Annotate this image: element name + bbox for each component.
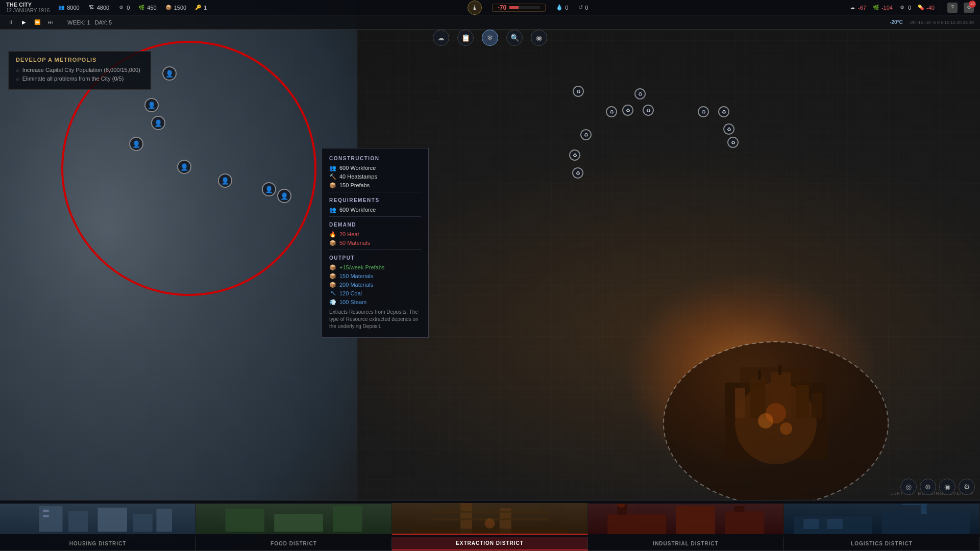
map-marker-2[interactable]: 👤 <box>144 98 159 112</box>
construction-heatstamps-val: 40 Heatstamps <box>339 173 377 180</box>
question-btn[interactable]: ? <box>947 3 958 13</box>
temperature-bar: -20°C -20 -15 -10 -5 0 5 10 15 20 25 30 <box>884 19 980 25</box>
output-mat2-icon: 📦 <box>329 281 336 288</box>
svg-rect-39 <box>803 519 819 529</box>
logistics-visual <box>784 504 979 534</box>
right-marker-4[interactable]: ♻ <box>569 149 580 161</box>
playback-controls: ⏸ ▶ ⏩ ⏭ <box>0 18 61 27</box>
construction-heatstamps: 🔨 40 Heatstamps <box>329 173 421 180</box>
food-building[interactable] <box>196 503 392 535</box>
right-marker-3[interactable]: ♻ <box>580 129 592 140</box>
objective-1-text: Increase Capital City Population (8,000/… <box>22 67 140 73</box>
map-marker-1[interactable]: 👤 <box>162 66 177 81</box>
tab-industrial[interactable]: INDUSTRIAL DISTRICT <box>588 537 784 550</box>
objective-2: ○ Eliminate all problems from the City (… <box>16 76 143 82</box>
cloud-value: -67 <box>858 5 866 11</box>
icon-target[interactable]: ◉ <box>531 30 547 46</box>
tab-logistics[interactable]: LOGISTICS DISTRICT <box>784 537 980 550</box>
map-marker-5[interactable]: 👤 <box>177 160 191 174</box>
water-icon: 💧 <box>556 4 563 11</box>
construction-prefabs-val: 150 Prefabs <box>339 182 370 188</box>
map-marker-7[interactable]: 👤 <box>262 182 276 196</box>
output-mat1-val: 150 Materials <box>339 273 373 279</box>
top-bar: THE CITY 12 JANUARY 1916 👥 8000 🏗 4800 ⚙… <box>0 0 980 15</box>
logistics-building[interactable] <box>784 503 980 535</box>
materials-value: 1500 <box>174 5 186 11</box>
map-marker-4[interactable]: 👤 <box>129 137 143 151</box>
svg-rect-42 <box>901 504 927 505</box>
svg-rect-15 <box>68 511 88 532</box>
svg-point-12 <box>780 422 792 435</box>
city-border-svg <box>648 321 903 500</box>
extraction-building[interactable] <box>392 503 588 535</box>
map-marker-6[interactable]: 👤 <box>218 173 232 188</box>
right-btn-3[interactable]: ◉ <box>939 479 955 495</box>
svg-rect-20 <box>43 515 48 517</box>
map-marker-8[interactable]: 👤 <box>277 189 291 203</box>
medicine-resource: 💊 -40 <box>917 4 935 11</box>
svg-rect-22 <box>274 514 323 532</box>
key-value: 1 <box>204 5 207 11</box>
icon-cloud[interactable]: ☁ <box>433 30 449 46</box>
right-marker-8[interactable]: ♻ <box>643 105 654 116</box>
svg-rect-4 <box>735 388 745 418</box>
skip-btn[interactable]: ⏭ <box>46 18 55 27</box>
gear-value: 0 <box>127 5 130 11</box>
right-marker-12[interactable]: ♻ <box>727 137 739 148</box>
right-marker-1[interactable]: ♻ <box>573 86 584 97</box>
tab-extraction[interactable]: EXTRACTION DISTRICT <box>392 537 588 550</box>
key-resource: 🔑 1 <box>194 4 207 11</box>
food-resource: 🌿 450 <box>138 4 156 11</box>
svg-rect-33 <box>725 511 764 534</box>
pause-btn[interactable]: ⏸ <box>6 18 15 27</box>
housing-building[interactable] <box>0 503 196 535</box>
icon-map[interactable]: 📋 <box>457 30 474 46</box>
right-marker-2[interactable]: ♻ <box>634 88 646 99</box>
right-btn-1[interactable]: ◎ <box>900 479 917 495</box>
district-tabs: HOUSING DISTRICT FOOD DISTRICT EXTRACTIO… <box>0 537 980 551</box>
industrial-building[interactable] <box>588 503 784 535</box>
buildings-row <box>0 500 980 537</box>
coal-icon: ⛏ <box>329 290 336 297</box>
svg-point-30 <box>485 518 495 529</box>
demand-materials: 📦 50 Materials <box>329 239 421 246</box>
heat-icon: 🔥 <box>329 231 336 238</box>
play-btn[interactable]: ▶ <box>19 18 29 27</box>
workforce-icon: 👥 <box>329 164 336 171</box>
right-marker-6[interactable]: ♻ <box>606 106 617 117</box>
right-marker-11[interactable]: ♻ <box>723 123 734 135</box>
industrial-svg <box>588 504 783 534</box>
output-materials-1: 📦 150 Materials <box>329 272 421 280</box>
demand-title: DEMAND <box>329 222 421 228</box>
food-visual <box>196 504 391 534</box>
week-bar: ⏸ ▶ ⏩ ⏭ WEEK: 1 DAY: 5 -20°C -20 -15 -10… <box>0 15 980 30</box>
tab-food[interactable]: FOOD DISTRICT <box>196 537 392 550</box>
right-marker-10[interactable]: ♻ <box>718 106 729 117</box>
output-coal-val: 120 Coal <box>339 290 362 296</box>
right-marker-9[interactable]: ♻ <box>698 106 709 117</box>
objective-1: ○ Increase Capital City Population (8,00… <box>16 67 143 73</box>
icon-search[interactable]: 🔍 <box>506 30 523 46</box>
construction-prefabs: 📦 150 Prefabs <box>329 182 421 189</box>
cloud-icon: ☁ <box>849 4 856 11</box>
tab-housing[interactable]: HOUSING DISTRICT <box>0 537 196 550</box>
right-btn-4[interactable]: ⚙ <box>959 479 975 495</box>
output-coal: ⛏ 120 Coal <box>329 290 421 297</box>
right-marker-7[interactable]: ♻ <box>622 105 633 116</box>
icon-snowflake[interactable]: ❄ <box>482 30 498 46</box>
fast-forward-btn[interactable]: ⏩ <box>33 18 42 27</box>
svg-rect-8 <box>812 393 822 418</box>
steam-icon: 💨 <box>329 298 336 306</box>
req-workforce-icon: 👥 <box>329 206 336 213</box>
right-btn-2[interactable]: ⊕ <box>920 479 936 495</box>
map-marker-3[interactable]: 👤 <box>151 116 165 130</box>
top-bar-center: 🌡 -70 💧 0 ↺ 0 <box>213 1 843 15</box>
water-center: 💧 0 <box>556 4 568 11</box>
right-marker-5[interactable]: ♻ <box>572 167 583 179</box>
prefabs-icon: 📦 <box>329 182 336 189</box>
heat-indicator: -70 <box>492 4 546 12</box>
icon-bar: ☁ 📋 ❄ 🔍 ◉ <box>433 30 547 46</box>
extraction-visual <box>392 503 587 534</box>
svg-rect-16 <box>98 508 127 532</box>
center-panel-btn[interactable]: 🌡 <box>468 1 482 15</box>
